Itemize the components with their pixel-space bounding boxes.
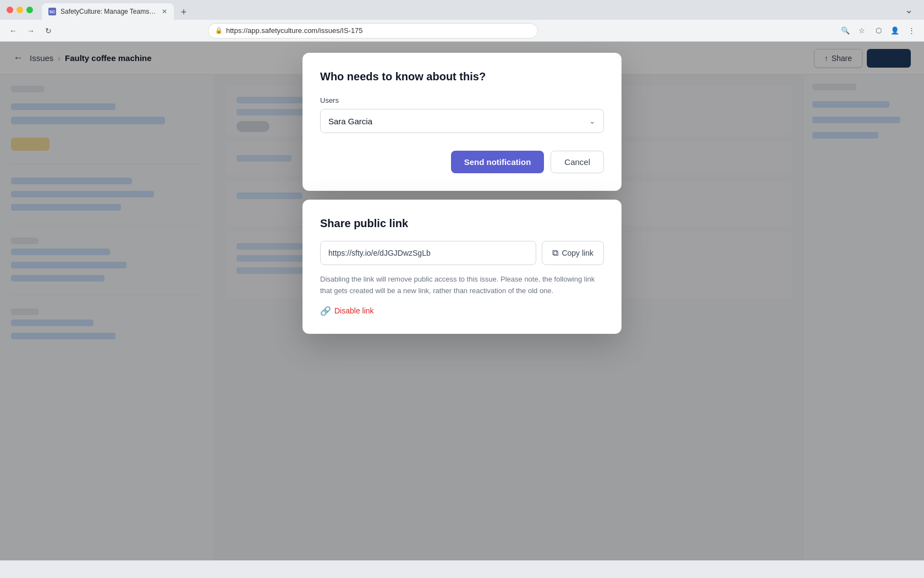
browser-tab[interactable]: SC SafetyCulture: Manage Teams and... ✕ xyxy=(42,3,174,20)
browser-actions: 🔍 ☆ ⬡ 👤 ⋮ xyxy=(839,25,917,37)
copy-link-label: Copy link xyxy=(562,249,593,257)
modals-container: Who needs to know about this? Users Sara… xyxy=(0,42,924,560)
address-bar[interactable]: 🔒 https://app.safetyculture.com/issues/I… xyxy=(208,23,538,38)
users-dropdown[interactable]: Sara Garcia ⌄ xyxy=(320,109,604,133)
tab-label: SafetyCulture: Manage Teams and... xyxy=(61,8,157,15)
copy-icon: ⧉ xyxy=(552,248,558,258)
app-content: ← Issues › Faulty coffee machine ↑ Share xyxy=(0,42,924,560)
link-description: Disabling the link will remove public ac… xyxy=(320,274,604,297)
link-row: ⧉ Copy link xyxy=(320,241,604,265)
notification-modal-title: Who needs to know about this? xyxy=(320,70,604,83)
selected-user-value: Sara Garcia xyxy=(328,117,372,126)
disable-link-label: Disable link xyxy=(334,306,374,315)
chevron-down-icon: ⌄ xyxy=(589,117,596,125)
reload-button[interactable]: ↻ xyxy=(42,24,55,37)
browser-nav-bar: ← → ↻ 🔒 https://app.safetyculture.com/is… xyxy=(0,20,924,42)
minimize-window-button[interactable] xyxy=(16,7,23,13)
tab-favicon: SC xyxy=(48,8,56,15)
forward-button[interactable]: → xyxy=(24,24,37,37)
title-bar: SC SafetyCulture: Manage Teams and... ✕ … xyxy=(0,0,924,20)
users-label: Users xyxy=(320,96,604,104)
share-link-title: Share public link xyxy=(320,217,604,230)
send-notification-button[interactable]: Send notification xyxy=(451,151,544,173)
menu-button[interactable]: ⋮ xyxy=(905,25,917,37)
back-button[interactable]: ← xyxy=(7,24,20,37)
extensions-button[interactable]: ⬡ xyxy=(872,25,884,37)
profile-button[interactable]: 👤 xyxy=(889,25,901,37)
bookmark-button[interactable]: ☆ xyxy=(856,25,868,37)
close-window-button[interactable] xyxy=(7,7,13,13)
window-control: ⌄ xyxy=(905,4,913,16)
disable-link-button[interactable]: 🔗 Disable link xyxy=(320,306,374,316)
notification-modal-actions: Send notification Cancel xyxy=(320,151,604,173)
notification-modal: Who needs to know about this? Users Sara… xyxy=(302,53,622,191)
zoom-button[interactable]: 🔍 xyxy=(839,25,851,37)
lock-icon: 🔒 xyxy=(215,27,223,34)
share-link-modal: Share public link ⧉ Copy link Disabling … xyxy=(302,200,622,334)
address-url: https://app.safetyculture.com/issues/IS-… xyxy=(226,26,363,35)
copy-link-button[interactable]: ⧉ Copy link xyxy=(542,241,604,265)
browser-chrome: SC SafetyCulture: Manage Teams and... ✕ … xyxy=(0,0,924,42)
link-off-icon: 🔗 xyxy=(320,306,331,316)
new-tab-button[interactable]: + xyxy=(176,4,191,20)
traffic-lights xyxy=(7,7,33,13)
tab-close-button[interactable]: ✕ xyxy=(162,8,167,15)
cancel-button[interactable]: Cancel xyxy=(551,151,604,173)
public-link-input[interactable] xyxy=(320,241,536,265)
maximize-window-button[interactable] xyxy=(26,7,33,13)
